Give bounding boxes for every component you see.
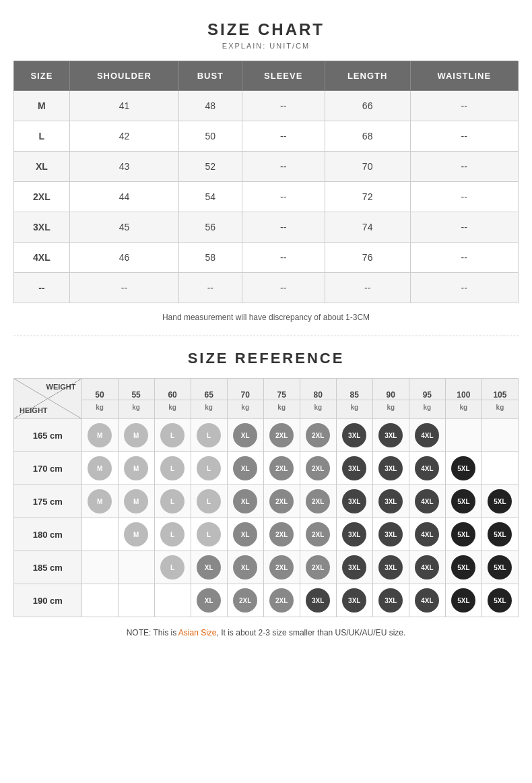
size-badge-cell: XL	[227, 518, 263, 551]
size-badge-cell	[81, 584, 118, 617]
size-badge: L	[160, 423, 185, 447]
table-cell: --	[242, 91, 325, 121]
table-cell: L	[14, 121, 70, 152]
size-badge-cell: XL	[191, 584, 227, 617]
size-badge-cell: 2XL	[227, 584, 263, 617]
size-badge: M	[88, 489, 112, 513]
ref-row: 170 cmMMLLXL2XL2XL3XL3XL4XL5XL	[14, 452, 519, 485]
bottom-note-highlight: Asian Size	[178, 628, 217, 637]
table-row: M4148--66--	[14, 91, 519, 121]
size-badge: 3XL	[378, 522, 403, 546]
table-row: 4XL4658--76--	[14, 243, 519, 273]
size-badge: 5XL	[451, 522, 475, 546]
table-cell: 72	[325, 182, 410, 212]
weight-col-header: 100	[445, 379, 481, 400]
size-badge: 5XL	[488, 588, 512, 613]
size-badge-cell: 2XL	[300, 518, 336, 551]
size-badge: 2XL	[233, 588, 257, 613]
size-badge: 2XL	[306, 522, 330, 546]
weight-col-header: 65	[191, 379, 227, 400]
size-badge-cell: 5XL	[445, 584, 481, 617]
table-cell: --	[410, 243, 518, 273]
size-badge-cell: 5XL	[481, 518, 518, 551]
size-reference-table: WEIGHT HEIGHT 50556065707580859095100105…	[13, 378, 519, 617]
table-cell: 46	[69, 243, 178, 273]
size-badge: 4XL	[415, 522, 439, 546]
table-cell: 3XL	[14, 212, 70, 243]
size-badge-cell: M	[81, 419, 118, 452]
size-badge: 3XL	[378, 555, 403, 580]
size-badge: 3XL	[342, 588, 366, 613]
weight-label: WEIGHT	[46, 383, 76, 391]
size-badge: 2XL	[269, 522, 294, 546]
weight-col-header: 55	[118, 379, 154, 400]
size-badge-cell: 2XL	[263, 584, 300, 617]
size-badge: L	[197, 456, 221, 480]
table-row: XL4352--70--	[14, 152, 519, 182]
weight-unit-cell: kg	[445, 400, 481, 419]
size-badge-cell: 3XL	[336, 551, 372, 584]
table-cell: 74	[325, 212, 410, 243]
table-cell: --	[410, 121, 518, 152]
size-badge-cell: 2XL	[300, 452, 336, 485]
size-badge: 4XL	[415, 489, 439, 513]
table-row: L4250--68--	[14, 121, 519, 152]
size-badge-cell: 4XL	[409, 551, 445, 584]
weight-col-header: 90	[372, 379, 409, 400]
size-badge: 5XL	[451, 456, 475, 480]
weight-unit-cell: kg	[372, 400, 409, 419]
table-cell: --	[242, 212, 325, 243]
bottom-note-end: , It is about 2-3 size smaller than US/U…	[217, 628, 406, 637]
size-badge: 2XL	[269, 423, 294, 447]
table-cell: 48	[179, 91, 242, 121]
weight-col-header: 75	[263, 379, 300, 400]
table-cell: --	[242, 243, 325, 273]
size-badge-cell: L	[154, 551, 191, 584]
weight-col-header: 60	[154, 379, 191, 400]
table-cell: --	[179, 273, 242, 303]
table-cell: 50	[179, 121, 242, 152]
size-badge-cell	[445, 419, 481, 452]
size-badge: 3XL	[342, 489, 366, 513]
size-badge: 2XL	[306, 555, 330, 580]
size-badge-cell: 2XL	[263, 485, 300, 518]
size-badge-cell: 5XL	[445, 518, 481, 551]
size-badge-cell: XL	[227, 452, 263, 485]
height-cell: 185 cm	[14, 551, 82, 584]
weight-unit-cell: kg	[81, 400, 118, 419]
size-badge: M	[88, 456, 112, 480]
table-cell: --	[14, 273, 70, 303]
table-cell: --	[410, 152, 518, 182]
height-label: HEIGHT	[20, 406, 48, 414]
table-cell: --	[410, 182, 518, 212]
ref-unit-row: kgkgkgkgkgkgkgkgkgkgkgkg	[14, 400, 519, 419]
size-badge-cell	[118, 584, 154, 617]
table-cell: 68	[325, 121, 410, 152]
size-badge: L	[197, 489, 221, 513]
size-badge-cell	[481, 452, 518, 485]
size-badge: M	[124, 522, 148, 546]
size-badge: 3XL	[342, 555, 366, 580]
size-badge: 5XL	[488, 489, 512, 513]
ref-row: 165 cmMMLLXL2XL2XL3XL3XL4XL	[14, 419, 519, 452]
size-badge: XL	[197, 588, 221, 613]
table-cell: 70	[325, 152, 410, 182]
size-badge-cell: M	[118, 485, 154, 518]
size-badge: M	[88, 423, 112, 447]
weight-unit-cell: kg	[154, 400, 191, 419]
size-badge-cell: M	[81, 485, 118, 518]
size-badge: L	[160, 489, 185, 513]
table-row: 2XL4454--72--	[14, 182, 519, 212]
size-badge-cell: 5XL	[445, 485, 481, 518]
size-badge: 4XL	[415, 588, 439, 613]
table-row: 3XL4556--74--	[14, 212, 519, 243]
table-cell: 76	[325, 243, 410, 273]
size-badge: XL	[233, 489, 257, 513]
size-badge-cell: 3XL	[372, 485, 409, 518]
ref-header-row: WEIGHT HEIGHT 50556065707580859095100105	[14, 379, 519, 400]
size-chart-note: Hand measurement will have discrepancy o…	[13, 313, 519, 322]
size-badge-cell: L	[191, 485, 227, 518]
size-badge: 3XL	[342, 522, 366, 546]
size-badge-cell: 3XL	[372, 584, 409, 617]
size-badge: L	[197, 522, 221, 546]
